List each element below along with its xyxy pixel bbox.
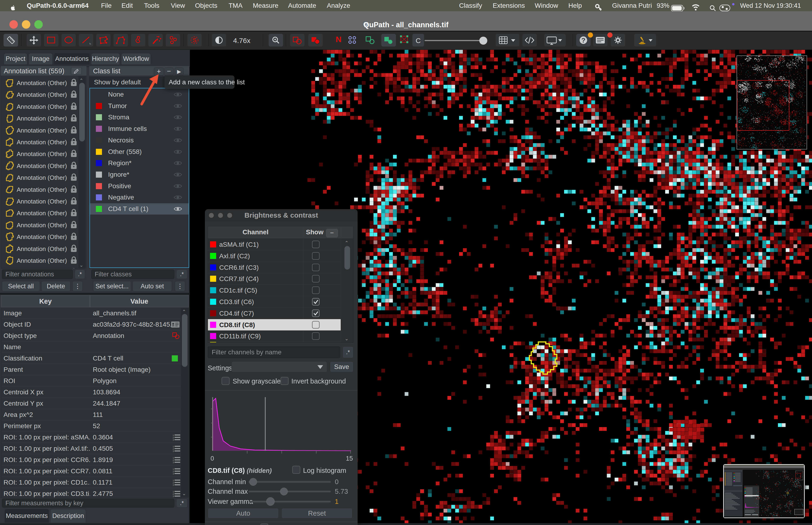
svg-text:2: 2 — [173, 470, 174, 472]
svg-text:2: 2 — [173, 493, 174, 495]
svg-text:1: 1 — [173, 479, 174, 481]
svg-text:2: 2 — [173, 436, 174, 439]
svg-text:3: 3 — [173, 484, 174, 486]
svg-text:2: 2 — [173, 481, 174, 484]
svg-text:3: 3 — [173, 472, 174, 475]
svg-text:1: 1 — [173, 445, 174, 448]
svg-text:2: 2 — [173, 459, 174, 461]
svg-text:3: 3 — [173, 495, 174, 497]
svg-text:1: 1 — [173, 468, 174, 470]
svg-text:2: 2 — [173, 448, 174, 450]
svg-text:3: 3 — [173, 439, 174, 441]
svg-text:1: 1 — [173, 434, 174, 436]
svg-text:3: 3 — [173, 450, 174, 452]
svg-text:?: ? — [581, 37, 585, 44]
svg-text:S: S — [193, 37, 197, 44]
svg-text:3: 3 — [173, 461, 174, 463]
svg-text:1: 1 — [173, 491, 174, 493]
svg-text:1: 1 — [173, 456, 174, 459]
